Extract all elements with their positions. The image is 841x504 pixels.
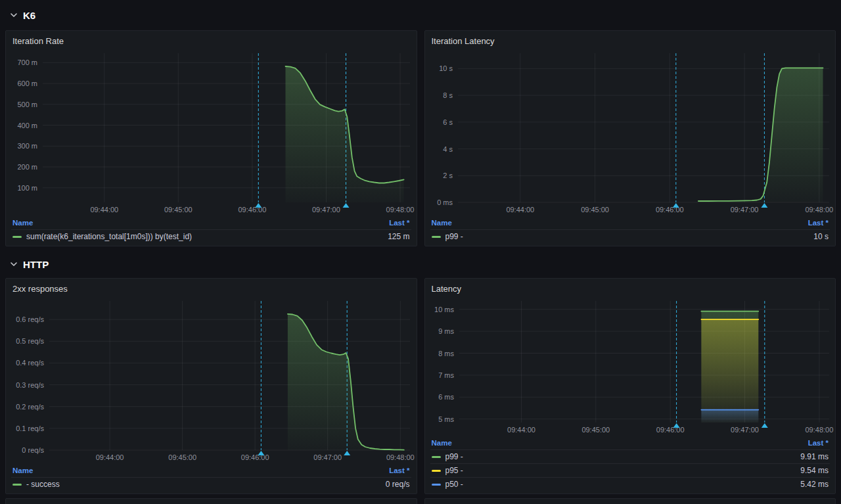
svg-text:400 m: 400 m bbox=[17, 122, 37, 129]
series-last-value: 0 req/s bbox=[386, 480, 410, 489]
panel-row-http: 2xx responses 0 req/s0.1 req/s0.2 req/s0… bbox=[5, 278, 836, 494]
legend-sort-last[interactable]: Last * bbox=[808, 218, 829, 227]
series-last-value: 125 m bbox=[388, 232, 409, 241]
legend-row[interactable]: p50 - 5.42 ms bbox=[430, 477, 830, 491]
svg-text:200 m: 200 m bbox=[17, 163, 37, 171]
svg-text:09:46:00: 09:46:00 bbox=[241, 453, 269, 461]
svg-text:0.4 req/s: 0.4 req/s bbox=[16, 359, 44, 367]
series-name[interactable]: - success bbox=[26, 480, 60, 489]
svg-text:0.6 req/s: 0.6 req/s bbox=[16, 315, 44, 323]
series-last-value: 9.91 ms bbox=[800, 452, 829, 461]
panel-header[interactable]: Iteration Latency bbox=[425, 31, 836, 51]
panel-row-partial bbox=[5, 498, 836, 504]
svg-text:500 m: 500 m bbox=[17, 101, 37, 108]
legend-sort-last[interactable]: Last * bbox=[389, 218, 409, 227]
legend-header: Name Last * bbox=[430, 437, 830, 449]
svg-text:2 s: 2 s bbox=[443, 172, 453, 179]
time-series-chart[interactable]: 5 ms6 ms7 ms8 ms9 ms10 ms09:44:0009:45:0… bbox=[425, 298, 836, 437]
series-name[interactable]: p50 - bbox=[445, 480, 463, 489]
section-title-k6: K6 bbox=[23, 10, 35, 21]
legend-header: Name Last * bbox=[430, 217, 830, 229]
legend-row[interactable]: - success 0 req/s bbox=[11, 477, 411, 491]
time-series-chart[interactable]: 100 m200 m300 m400 m500 m600 m700 m09:44… bbox=[6, 51, 417, 217]
svg-text:100 m: 100 m bbox=[17, 184, 37, 192]
svg-text:09:44:00: 09:44:00 bbox=[506, 206, 534, 214]
dashboard: K6 Iteration Rate 100 m200 m300 m400 m50… bbox=[0, 0, 841, 504]
legend-row[interactable]: p99 - 9.91 ms bbox=[430, 449, 830, 463]
svg-text:8 ms: 8 ms bbox=[438, 350, 454, 357]
svg-text:8 s: 8 s bbox=[443, 91, 453, 99]
svg-text:09:45:00: 09:45:00 bbox=[581, 426, 610, 434]
section-header-http[interactable]: HTTP bbox=[5, 254, 836, 274]
section-header-k6[interactable]: K6 bbox=[5, 5, 836, 25]
svg-text:09:48:00: 09:48:00 bbox=[386, 453, 415, 461]
panel-title[interactable]: Latency bbox=[432, 284, 462, 294]
panel-iteration-latency: Iteration Latency 0 ms2 s4 s6 s8 s10 s09… bbox=[424, 30, 836, 246]
svg-text:09:48:00: 09:48:00 bbox=[805, 206, 833, 214]
legend-sort-last[interactable]: Last * bbox=[808, 438, 829, 447]
svg-text:0 ms: 0 ms bbox=[437, 198, 453, 206]
series-name[interactable]: p99 - bbox=[445, 232, 463, 241]
svg-text:09:48:00: 09:48:00 bbox=[805, 426, 833, 434]
legend: Name Last * - success 0 req/s bbox=[6, 465, 417, 493]
svg-text:09:46:00: 09:46:00 bbox=[655, 206, 683, 214]
svg-text:09:45:00: 09:45:00 bbox=[168, 453, 196, 461]
legend-header: Name Last * bbox=[11, 465, 411, 477]
panel-partial bbox=[5, 498, 417, 504]
legend-sort-name[interactable]: Name bbox=[432, 438, 452, 447]
series-name[interactable]: p95 - bbox=[445, 466, 463, 475]
series-name[interactable]: sum(rate(k6_iterations_total[1m0s])) by(… bbox=[26, 232, 192, 241]
legend-row[interactable]: p95 - 9.54 ms bbox=[430, 463, 830, 477]
svg-text:0.5 req/s: 0.5 req/s bbox=[16, 337, 44, 345]
panel-iteration-rate: Iteration Rate 100 m200 m300 m400 m500 m… bbox=[5, 30, 417, 246]
svg-text:09:44:00: 09:44:00 bbox=[90, 206, 118, 214]
svg-text:4 s: 4 s bbox=[443, 145, 453, 153]
chevron-down-icon bbox=[11, 262, 17, 267]
svg-text:09:46:00: 09:46:00 bbox=[656, 426, 684, 434]
legend-row[interactable]: p99 - 10 s bbox=[430, 229, 830, 243]
legend-row[interactable]: sum(rate(k6_iterations_total[1m0s])) by(… bbox=[11, 229, 411, 243]
time-series-chart[interactable]: 0 req/s0.1 req/s0.2 req/s0.3 req/s0.4 re… bbox=[6, 298, 417, 465]
panel-header[interactable]: 2xx responses bbox=[6, 279, 417, 298]
panel-title[interactable]: Iteration Latency bbox=[432, 36, 495, 46]
svg-text:09:45:00: 09:45:00 bbox=[164, 206, 193, 214]
svg-text:09:44:00: 09:44:00 bbox=[96, 453, 124, 461]
legend: Name Last * p99 - 9.91 ms p95 - 9.54 ms … bbox=[425, 437, 836, 493]
legend-sort-name[interactable]: Name bbox=[12, 218, 33, 227]
panel-header[interactable]: Latency bbox=[425, 279, 836, 298]
svg-text:09:44:00: 09:44:00 bbox=[507, 426, 535, 434]
legend-header: Name Last * bbox=[11, 217, 411, 229]
svg-text:10 ms: 10 ms bbox=[434, 306, 454, 313]
svg-text:10 s: 10 s bbox=[439, 64, 453, 72]
series-last-value: 5.42 ms bbox=[800, 480, 829, 489]
legend-sort-name[interactable]: Name bbox=[12, 466, 33, 475]
svg-text:09:47:00: 09:47:00 bbox=[731, 426, 759, 434]
panel-2xx-responses: 2xx responses 0 req/s0.1 req/s0.2 req/s0… bbox=[5, 278, 417, 494]
svg-text:09:46:00: 09:46:00 bbox=[238, 206, 266, 214]
panel-title[interactable]: Iteration Rate bbox=[12, 36, 64, 46]
svg-text:09:47:00: 09:47:00 bbox=[313, 453, 342, 461]
svg-text:6 s: 6 s bbox=[443, 118, 453, 126]
svg-text:09:48:00: 09:48:00 bbox=[386, 206, 415, 214]
svg-text:09:47:00: 09:47:00 bbox=[312, 206, 340, 214]
panel-row-k6: Iteration Rate 100 m200 m300 m400 m500 m… bbox=[5, 30, 836, 246]
series-last-value: 9.54 ms bbox=[800, 466, 829, 475]
series-color-swatch bbox=[432, 236, 441, 238]
series-color-swatch bbox=[432, 456, 441, 458]
svg-text:0.2 req/s: 0.2 req/s bbox=[16, 403, 44, 411]
svg-text:7 ms: 7 ms bbox=[438, 371, 454, 379]
panel-title[interactable]: 2xx responses bbox=[12, 284, 68, 294]
legend: Name Last * sum(rate(k6_iterations_total… bbox=[6, 217, 417, 246]
series-last-value: 10 s bbox=[813, 232, 829, 241]
svg-text:6 ms: 6 ms bbox=[438, 393, 454, 401]
series-name[interactable]: p99 - bbox=[445, 452, 463, 461]
series-color-swatch bbox=[12, 236, 22, 238]
panel-latency: Latency 5 ms6 ms7 ms8 ms9 ms10 ms09:44:0… bbox=[424, 278, 836, 494]
panel-header[interactable]: Iteration Rate bbox=[6, 31, 417, 51]
svg-text:09:45:00: 09:45:00 bbox=[581, 206, 609, 214]
svg-text:700 m: 700 m bbox=[17, 58, 37, 66]
series-color-swatch bbox=[432, 484, 441, 486]
time-series-chart[interactable]: 0 ms2 s4 s6 s8 s10 s09:44:0009:45:0009:4… bbox=[425, 51, 836, 217]
legend-sort-last[interactable]: Last * bbox=[389, 466, 409, 475]
legend-sort-name[interactable]: Name bbox=[432, 218, 452, 227]
